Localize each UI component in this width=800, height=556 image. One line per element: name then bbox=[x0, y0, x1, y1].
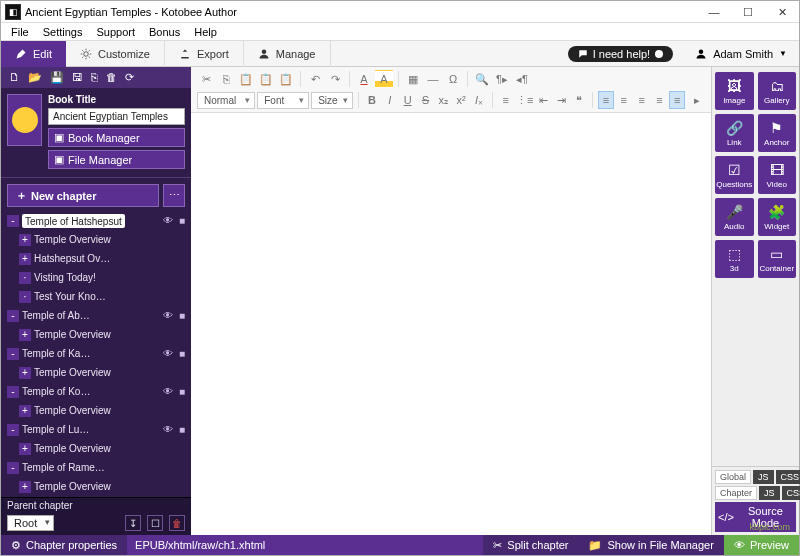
chapter-properties-button[interactable]: ⚙Chapter properties bbox=[1, 535, 127, 555]
align-full-button[interactable]: ≡ bbox=[669, 91, 685, 109]
expand-icon[interactable]: - bbox=[7, 310, 19, 322]
underline-button[interactable]: U bbox=[400, 91, 416, 109]
insert-questions-button[interactable]: ☑Questions bbox=[715, 156, 754, 194]
strike-button[interactable]: S bbox=[418, 91, 434, 109]
chapter-marker-icon[interactable]: ■ bbox=[175, 348, 189, 359]
tab-customize[interactable]: Customize bbox=[66, 41, 165, 67]
align-right-button[interactable]: ≡ bbox=[634, 91, 650, 109]
book-title-input[interactable] bbox=[48, 108, 185, 125]
indent-button[interactable]: ⇥ bbox=[553, 91, 569, 109]
chapter-row[interactable]: -Temple of Abu Simbel👁■ bbox=[3, 306, 189, 325]
chapter-row[interactable]: -Temple of Hatshepsut👁■ bbox=[3, 211, 189, 230]
chapter-row[interactable]: -Temple of Ramesseum bbox=[3, 458, 189, 477]
expand-icon[interactable]: + bbox=[19, 367, 31, 379]
sidebar-action-2[interactable]: ☐ bbox=[147, 515, 163, 531]
undo-icon[interactable]: ↶ bbox=[306, 70, 324, 88]
expand-icon[interactable]: + bbox=[19, 329, 31, 341]
editor-canvas[interactable] bbox=[191, 113, 711, 535]
user-menu[interactable]: Adam Smith ▼ bbox=[683, 48, 799, 60]
chapter-row[interactable]: +Temple Overview bbox=[3, 230, 189, 249]
insert-widget-button[interactable]: 🧩Widget bbox=[758, 198, 797, 236]
chapter-marker-icon[interactable]: ■ bbox=[175, 424, 189, 435]
special-char-icon[interactable]: Ω bbox=[444, 70, 462, 88]
book-manager-button[interactable]: ▣Book Manager bbox=[48, 128, 185, 147]
eye-icon[interactable]: 👁 bbox=[161, 348, 175, 359]
tab-manage[interactable]: Manage bbox=[244, 41, 331, 67]
ltr-icon[interactable]: ¶▸ bbox=[493, 70, 511, 88]
table-icon[interactable]: ▦ bbox=[404, 70, 422, 88]
expand-icon[interactable]: - bbox=[7, 424, 19, 436]
maximize-button[interactable]: ☐ bbox=[731, 1, 765, 23]
new-chapter-more-button[interactable]: ⋯ bbox=[163, 184, 185, 207]
tab-export[interactable]: Export bbox=[165, 41, 244, 67]
expand-icon[interactable]: + bbox=[19, 443, 31, 455]
paste-plain-icon[interactable]: 📋 bbox=[257, 70, 275, 88]
show-in-file-manager-button[interactable]: 📁Show in File Manager bbox=[578, 535, 723, 555]
chapter-row[interactable]: +Temple Overview bbox=[3, 401, 189, 420]
rtl-icon[interactable]: ◂¶ bbox=[513, 70, 531, 88]
menu-file[interactable]: File bbox=[5, 26, 35, 38]
expand-icon[interactable]: + bbox=[19, 234, 31, 246]
refresh-icon[interactable]: ⟳ bbox=[125, 71, 134, 84]
insert-link-button[interactable]: 🔗Link bbox=[715, 114, 754, 152]
bold-button[interactable]: B bbox=[364, 91, 380, 109]
trash-icon[interactable]: 🗑 bbox=[106, 71, 117, 84]
eye-icon[interactable]: 👁 bbox=[161, 215, 175, 226]
eye-icon[interactable]: 👁 bbox=[161, 310, 175, 321]
expand-icon[interactable]: + bbox=[19, 481, 31, 493]
paste-word-icon[interactable]: 📋 bbox=[277, 70, 295, 88]
minimize-button[interactable]: — bbox=[697, 1, 731, 23]
expand-icon[interactable]: + bbox=[19, 253, 31, 265]
outdent-button[interactable]: ⇤ bbox=[536, 91, 552, 109]
menu-settings[interactable]: Settings bbox=[37, 26, 89, 38]
align-left-button[interactable]: ≡ bbox=[598, 91, 614, 109]
eye-icon[interactable]: 👁 bbox=[161, 386, 175, 397]
copy-icon[interactable]: ⎘ bbox=[91, 71, 98, 84]
parent-chapter-select[interactable]: Root bbox=[7, 515, 54, 531]
menu-support[interactable]: Support bbox=[90, 26, 141, 38]
expand-icon[interactable]: · bbox=[19, 272, 31, 284]
insert-audio-button[interactable]: 🎤Audio bbox=[715, 198, 754, 236]
bullet-list-button[interactable]: ⋮≡ bbox=[516, 91, 534, 109]
number-list-button[interactable]: ≡ bbox=[498, 91, 514, 109]
hr-icon[interactable]: — bbox=[424, 70, 442, 88]
expand-icon[interactable]: - bbox=[7, 348, 19, 360]
expand-icon[interactable]: - bbox=[7, 386, 19, 398]
style-select[interactable]: Normal bbox=[197, 92, 255, 109]
chapter-row[interactable]: -Temple of Karnak👁■ bbox=[3, 344, 189, 363]
chapter-row[interactable]: ·Visting Today! bbox=[3, 268, 189, 287]
expand-icon[interactable]: · bbox=[19, 291, 31, 303]
toolbar-more-button[interactable]: ▸ bbox=[689, 91, 705, 109]
chapter-row[interactable]: +Temple Overview bbox=[3, 439, 189, 458]
save-icon[interactable]: 💾 bbox=[50, 71, 64, 84]
text-color-icon[interactable]: A bbox=[355, 70, 373, 88]
paste-icon[interactable]: 📋 bbox=[237, 70, 255, 88]
eye-icon[interactable]: 👁 bbox=[161, 424, 175, 435]
chapter-tree[interactable]: -Temple of Hatshepsut👁■+Temple Overview+… bbox=[1, 211, 191, 497]
align-justify-button[interactable]: ≡ bbox=[652, 91, 668, 109]
expand-icon[interactable]: + bbox=[19, 405, 31, 417]
js-chip-chapter[interactable]: JS bbox=[759, 486, 780, 500]
bg-color-icon[interactable]: A bbox=[375, 70, 393, 88]
new-chapter-button[interactable]: ＋New chapter bbox=[7, 184, 159, 207]
superscript-button[interactable]: x² bbox=[453, 91, 469, 109]
css-chip-chapter[interactable]: CSS bbox=[782, 486, 800, 500]
find-icon[interactable]: 🔍 bbox=[473, 70, 491, 88]
chapter-row[interactable]: +Temple Overview bbox=[3, 325, 189, 344]
chapter-row[interactable]: ·Test Your Knowledge bbox=[3, 287, 189, 306]
blockquote-button[interactable]: ❝ bbox=[571, 91, 587, 109]
expand-icon[interactable]: - bbox=[7, 462, 19, 474]
tab-edit[interactable]: Edit bbox=[1, 41, 66, 67]
book-cover[interactable] bbox=[7, 94, 42, 146]
insert-container-button[interactable]: ▭Container bbox=[758, 240, 797, 278]
chapter-row[interactable]: +Hatshepsut Overview bbox=[3, 249, 189, 268]
insert-video-button[interactable]: 🎞Video bbox=[758, 156, 797, 194]
chapter-row[interactable]: +Temple Overview bbox=[3, 363, 189, 382]
align-center-button[interactable]: ≡ bbox=[616, 91, 632, 109]
expand-icon[interactable]: - bbox=[7, 215, 19, 227]
file-manager-button[interactable]: ▣File Manager bbox=[48, 150, 185, 169]
chapter-row[interactable]: -Temple of Kom Ombo👁■ bbox=[3, 382, 189, 401]
open-folder-icon[interactable]: 📂 bbox=[28, 71, 42, 84]
clear-format-button[interactable]: Iₓ bbox=[471, 91, 487, 109]
menu-bonus[interactable]: Bonus bbox=[143, 26, 186, 38]
